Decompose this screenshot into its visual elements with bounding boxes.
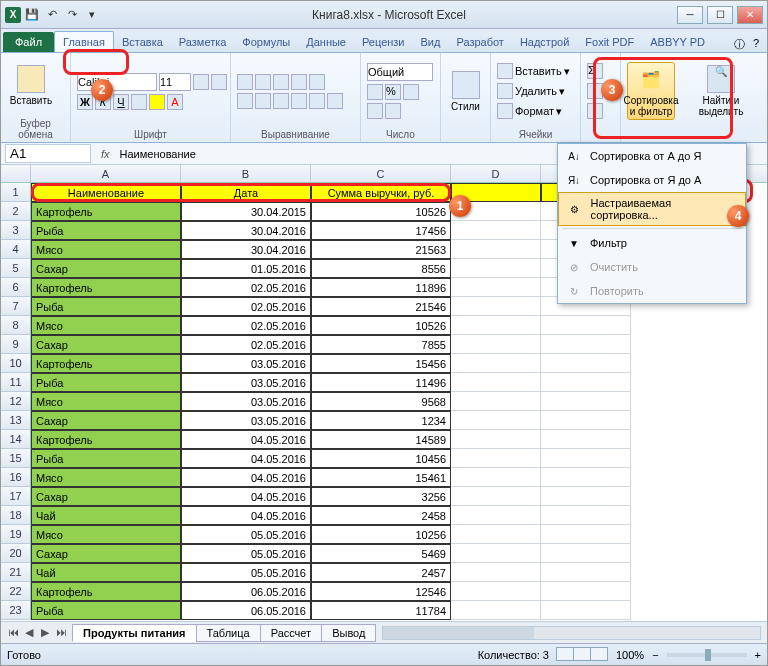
cell[interactable]: 5469 <box>311 544 451 563</box>
grow-font-icon[interactable] <box>193 74 209 90</box>
cell[interactable]: Картофель <box>31 354 181 373</box>
sheet-tab-4[interactable]: Вывод <box>321 624 376 642</box>
col-header-c[interactable]: C <box>311 165 451 182</box>
cell[interactable]: 04.05.2016 <box>181 487 311 506</box>
cell[interactable]: 11784 <box>311 601 451 620</box>
cell[interactable]: 02.05.2016 <box>181 297 311 316</box>
align-center-icon[interactable] <box>255 93 271 109</box>
cell[interactable]: 11496 <box>311 373 451 392</box>
cell[interactable]: Мясо <box>31 392 181 411</box>
paste-button[interactable]: Вставить <box>7 63 55 108</box>
cell[interactable] <box>541 601 631 620</box>
fx-icon[interactable]: fx <box>95 148 116 160</box>
tab-abbyy[interactable]: ABBYY PD <box>642 32 713 52</box>
tab-view[interactable]: Вид <box>413 32 449 52</box>
align-top-icon[interactable] <box>237 74 253 90</box>
tab-home[interactable]: Главная <box>54 31 114 52</box>
autosum-icon[interactable]: Σ <box>587 63 603 79</box>
col-header-a[interactable]: A <box>31 165 181 182</box>
cell[interactable]: 1234 <box>311 411 451 430</box>
cell[interactable] <box>451 430 541 449</box>
tab-layout[interactable]: Разметка <box>171 32 235 52</box>
row-header[interactable]: 11 <box>1 373 31 392</box>
row-header[interactable]: 21 <box>1 563 31 582</box>
cell[interactable]: 06.05.2016 <box>181 582 311 601</box>
cell[interactable]: Мясо <box>31 316 181 335</box>
cell[interactable]: Рыба <box>31 297 181 316</box>
tab-formulas[interactable]: Формулы <box>234 32 298 52</box>
cell[interactable] <box>541 354 631 373</box>
sheet-nav-next-icon[interactable]: ▶ <box>37 626 53 639</box>
cell[interactable]: Рыба <box>31 449 181 468</box>
cell[interactable]: Мясо <box>31 240 181 259</box>
menu-sort-az[interactable]: А↓Сортировка от А до Я <box>558 144 746 168</box>
cell[interactable] <box>451 373 541 392</box>
cell[interactable] <box>451 316 541 335</box>
cell[interactable]: Сахар <box>31 411 181 430</box>
cell[interactable] <box>541 316 631 335</box>
zoom-in-icon[interactable]: + <box>755 649 761 661</box>
cell[interactable] <box>541 525 631 544</box>
select-all-corner[interactable] <box>1 165 31 182</box>
cell[interactable] <box>541 563 631 582</box>
cell[interactable] <box>451 259 541 278</box>
cell[interactable]: 21563 <box>311 240 451 259</box>
cell[interactable]: 17456 <box>311 221 451 240</box>
tab-file[interactable]: Файл <box>3 32 54 52</box>
cell[interactable] <box>451 487 541 506</box>
tab-review[interactable]: Рецензи <box>354 32 413 52</box>
cell[interactable]: 02.05.2016 <box>181 316 311 335</box>
cell[interactable]: Рыба <box>31 373 181 392</box>
undo-icon[interactable]: ↶ <box>43 6 61 24</box>
cell[interactable]: 9568 <box>311 392 451 411</box>
cell[interactable] <box>451 563 541 582</box>
cell[interactable]: 05.05.2016 <box>181 563 311 582</box>
cell[interactable]: Картофель <box>31 582 181 601</box>
cell[interactable]: Мясо <box>31 525 181 544</box>
row-header[interactable]: 2 <box>1 202 31 221</box>
cell[interactable]: Дата <box>181 183 311 202</box>
sheet-tab-3[interactable]: Рассчет <box>260 624 323 642</box>
minimize-button[interactable]: ─ <box>677 6 703 24</box>
maximize-button[interactable]: ☐ <box>707 6 733 24</box>
cell[interactable] <box>451 354 541 373</box>
insert-cells-button[interactable]: Вставить <box>515 65 562 77</box>
cell[interactable]: Картофель <box>31 202 181 221</box>
cell[interactable]: 2458 <box>311 506 451 525</box>
cell[interactable]: 14589 <box>311 430 451 449</box>
styles-button[interactable]: Стили <box>447 69 484 114</box>
shrink-font-icon[interactable] <box>211 74 227 90</box>
cell[interactable] <box>451 297 541 316</box>
tab-data[interactable]: Данные <box>298 32 354 52</box>
cell[interactable] <box>541 392 631 411</box>
cell[interactable]: 02.05.2016 <box>181 278 311 297</box>
cell[interactable]: Картофель <box>31 278 181 297</box>
row-header[interactable]: 3 <box>1 221 31 240</box>
zoom-out-icon[interactable]: − <box>652 649 658 661</box>
cell[interactable] <box>541 468 631 487</box>
menu-filter[interactable]: ▼Фильтр <box>558 231 746 255</box>
align-middle-icon[interactable] <box>255 74 271 90</box>
cell[interactable] <box>451 392 541 411</box>
cell[interactable] <box>451 411 541 430</box>
font-size-select[interactable] <box>159 73 191 91</box>
sheet-nav-last-icon[interactable]: ⏭ <box>53 626 69 639</box>
row-header[interactable]: 20 <box>1 544 31 563</box>
cell[interactable] <box>451 240 541 259</box>
cell[interactable] <box>451 601 541 620</box>
font-name-select[interactable] <box>77 73 157 91</box>
cell[interactable] <box>451 221 541 240</box>
tab-developer[interactable]: Разработ <box>448 32 511 52</box>
cell[interactable]: Сумма выручки, руб. <box>311 183 451 202</box>
sort-filter-button[interactable]: 🗂️ Сортировка и фильтр <box>627 62 675 120</box>
cell[interactable] <box>541 544 631 563</box>
cell[interactable]: 10456 <box>311 449 451 468</box>
sheet-nav-prev-icon[interactable]: ◀ <box>21 626 37 639</box>
cell[interactable]: 10256 <box>311 525 451 544</box>
sheet-tab-2[interactable]: Таблица <box>196 624 261 642</box>
menu-sort-za[interactable]: Я↓Сортировка от Я до А <box>558 168 746 192</box>
tab-insert[interactable]: Вставка <box>114 32 171 52</box>
cell[interactable] <box>541 506 631 525</box>
cell[interactable] <box>541 373 631 392</box>
cell[interactable]: 04.05.2016 <box>181 468 311 487</box>
